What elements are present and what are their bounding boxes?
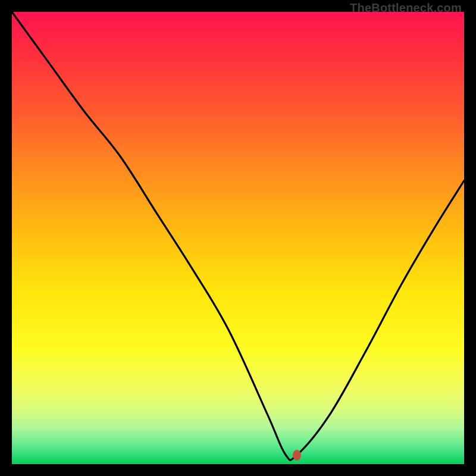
chart-frame xyxy=(12,12,464,464)
watermark-text: TheBottleneck.com xyxy=(350,1,462,15)
optimal-point-marker xyxy=(293,450,301,461)
bottleneck-curve xyxy=(12,12,464,464)
